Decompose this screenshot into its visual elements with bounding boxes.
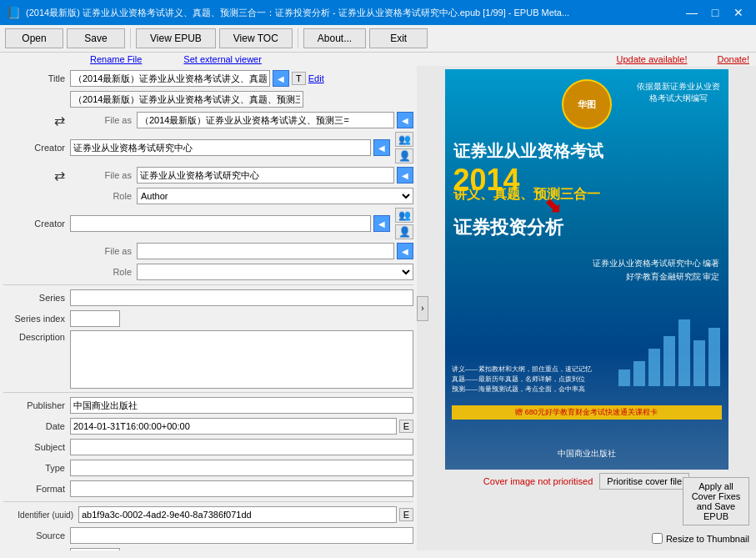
cover-promo-text: 赠 680元好学教育财金考试快速通关课程卡: [515, 408, 658, 416]
creator2-section: Creator ◀ 👥 👤 File as ◀ Role: [3, 208, 413, 281]
rename-file-link[interactable]: Rename File: [90, 54, 142, 64]
file-as-label-2: File as: [70, 170, 137, 180]
view-epub-button[interactable]: View EPUB: [136, 28, 216, 48]
date-input[interactable]: [70, 418, 397, 435]
creator2-person-btn[interactable]: 👤: [395, 224, 413, 239]
description-label: Description: [3, 330, 70, 342]
title-swap-icon[interactable]: ⇄: [54, 113, 65, 128]
links-row: Rename File Set external viewer Update a…: [0, 53, 756, 66]
creator1-swap-icon[interactable]: ⇄: [54, 168, 65, 183]
creator2-role-row: Role: [3, 263, 413, 281]
description-row: Description: [3, 330, 413, 389]
subject-row: Subject: [3, 438, 413, 456]
date-label: Date: [3, 421, 70, 431]
subject-label: Subject: [3, 442, 70, 452]
creator1-label: Creator: [3, 143, 70, 153]
series-row: Series: [3, 289, 413, 307]
save-button[interactable]: Save: [67, 28, 125, 48]
title-right-input[interactable]: [70, 91, 303, 108]
window-title: (2014最新版) 证券业从业资格考试讲义、真题、预测三合一：证券投资分析 - …: [26, 7, 676, 19]
minimize-button[interactable]: —: [681, 4, 703, 21]
series-index-row: Series index: [3, 309, 413, 328]
resize-checkbox[interactable]: [652, 533, 663, 544]
window-controls: — □ ✕: [681, 4, 749, 21]
cover-subtitle: 依据最新证券业从业资格考试大纲编写: [637, 81, 720, 104]
series-index-input[interactable]: [70, 310, 120, 327]
edit-link[interactable]: Edit: [308, 73, 324, 83]
description-textarea[interactable]: [70, 330, 413, 389]
creator1-input[interactable]: [70, 139, 371, 156]
date-e-button[interactable]: E: [399, 420, 413, 433]
set-external-viewer-link[interactable]: Set external viewer: [183, 54, 262, 64]
apply-fixes-button[interactable]: Apply all Cover Fixes and Save EPUB: [683, 477, 749, 525]
title-arrow-left[interactable]: ◀: [273, 70, 289, 87]
creator2-role-select[interactable]: [137, 264, 413, 280]
view-toc-button[interactable]: View TOC: [219, 28, 293, 48]
type-input[interactable]: [70, 460, 413, 476]
creator2-file-as-arrow[interactable]: ◀: [397, 243, 413, 259]
type-label: Type: [3, 463, 70, 473]
creator2-input[interactable]: [70, 215, 371, 232]
chart-bar: [693, 340, 705, 386]
subject-input[interactable]: [70, 439, 413, 455]
cover-tag-text: 讲义、真题、预测三合一: [453, 186, 720, 204]
left-panel: Title ◀ T Edit ⇄ File as ◀ Creator ◀: [0, 66, 417, 550]
cover-status-text: Cover image not prioritised: [483, 476, 593, 486]
language-row: Language: [3, 547, 413, 550]
creator1-file-as-input[interactable]: [137, 167, 394, 183]
creator2-add-btn[interactable]: 👥: [395, 208, 413, 223]
exit-button[interactable]: Exit: [369, 28, 428, 48]
open-button[interactable]: Open: [5, 28, 63, 48]
creator1-add-btn[interactable]: 👥: [395, 132, 413, 147]
language-input[interactable]: [70, 548, 120, 550]
chart-bar: [708, 328, 720, 386]
creator1-role-row: Role Author: [3, 187, 413, 205]
creator1-section: Creator ◀ 👥 👤 ⇄ File as ◀ Role: [3, 132, 413, 205]
creator2-row: Creator ◀ 👥 👤: [3, 208, 413, 239]
close-button[interactable]: ✕: [728, 4, 749, 21]
t-button[interactable]: T: [292, 72, 306, 85]
publisher-label: Publisher: [3, 400, 70, 410]
cover-author: 证券业从业资格考试研究中心 编著 好学教育金融研究院 审定: [593, 257, 720, 284]
chart-bar: [648, 349, 660, 386]
title-swap-icon-label: ⇄: [3, 113, 70, 128]
format-input[interactable]: [70, 480, 413, 497]
title-row: Title ◀ T Edit: [3, 69, 413, 88]
role-label-1: Role: [70, 191, 137, 201]
creator2-file-as-input[interactable]: [137, 243, 394, 259]
creator1-person-btn[interactable]: 👤: [395, 148, 413, 163]
identifier-input[interactable]: [78, 506, 397, 523]
title-bar: 📘 (2014最新版) 证券业从业资格考试讲义、真题、预测三合一：证券投资分析 …: [0, 0, 756, 25]
creator1-swap-row: ⇄ File as ◀: [3, 166, 413, 184]
series-label: Series: [3, 293, 70, 303]
about-button[interactable]: About...: [303, 28, 366, 48]
source-input[interactable]: [70, 527, 413, 544]
creator1-row: Creator ◀ 👥 👤: [3, 132, 413, 163]
creator1-role-select[interactable]: Author: [137, 188, 413, 204]
identifier-label: Identifier (uuid): [3, 510, 78, 520]
maximize-button[interactable]: □: [704, 4, 726, 21]
chart-bar: [678, 319, 690, 386]
title-file-as-arrow[interactable]: ◀: [397, 112, 413, 128]
file-as-label-3: File as: [70, 246, 137, 256]
prioritise-cover-button[interactable]: Prioritise cover file: [599, 473, 689, 490]
update-available-link[interactable]: Update available!: [616, 54, 687, 64]
creator2-arrow[interactable]: ◀: [373, 215, 390, 232]
cover-main-line1: 证券业从业资格考试: [453, 140, 720, 163]
scroll-left-arrow[interactable]: ›: [417, 296, 428, 321]
cover-logo: 华图: [562, 79, 612, 129]
title-file-as-input[interactable]: [137, 112, 394, 128]
resize-checkbox-row: Resize to Thumbnail: [652, 533, 749, 544]
identifier-e-button[interactable]: E: [399, 508, 413, 521]
role-label-2: Role: [70, 267, 137, 277]
title-input[interactable]: [70, 70, 270, 87]
identifier-row: Identifier (uuid) E: [3, 505, 413, 524]
creator1-arrow[interactable]: ◀: [373, 139, 390, 156]
creator1-file-as-arrow[interactable]: ◀: [397, 167, 413, 183]
chart-bar: [663, 336, 675, 386]
publisher-input[interactable]: [70, 397, 413, 414]
series-input[interactable]: [70, 289, 413, 306]
donate-link[interactable]: Donate!: [717, 54, 749, 64]
date-row: Date E: [3, 417, 413, 435]
chart-bar: [618, 369, 630, 386]
